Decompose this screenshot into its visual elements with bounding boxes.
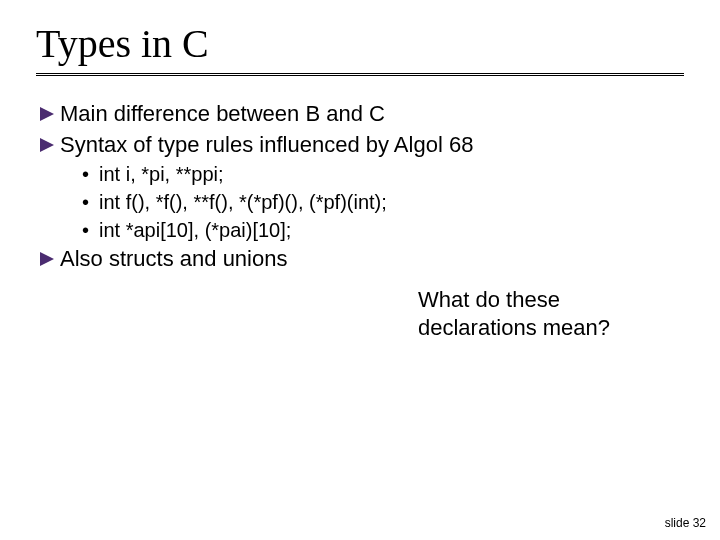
bullet-level2: • int *api[10], (*pai)[10];: [82, 217, 684, 243]
svg-marker-1: [40, 138, 54, 152]
slide: Types in C Main difference between B and…: [0, 0, 720, 540]
bullet-level1: Also structs and unions: [40, 245, 684, 274]
dot-bullet-icon: •: [82, 161, 89, 187]
bullet-text: Main difference between B and C: [60, 100, 684, 129]
title-underline: [36, 73, 684, 76]
slide-number: slide 32: [665, 516, 706, 530]
slide-title: Types in C: [36, 20, 684, 67]
bullet-text: int *api[10], (*pai)[10];: [99, 217, 684, 243]
bullet-text: Also structs and unions: [60, 245, 684, 274]
callout-line: declarations mean?: [418, 314, 678, 342]
bullet-level2: • int i, *pi, **ppi;: [82, 161, 684, 187]
triangle-bullet-icon: [40, 138, 54, 152]
triangle-bullet-icon: [40, 107, 54, 121]
svg-marker-0: [40, 107, 54, 121]
dot-bullet-icon: •: [82, 189, 89, 215]
svg-marker-2: [40, 252, 54, 266]
bullet-text: int i, *pi, **ppi;: [99, 161, 684, 187]
slide-body: Main difference between B and C Syntax o…: [36, 100, 684, 274]
bullet-text: Syntax of type rules influenced by Algol…: [60, 131, 684, 160]
bullet-level1: Syntax of type rules influenced by Algol…: [40, 131, 684, 160]
bullet-level2: • int f(), *f(), **f(), *(*pf)(), (*pf)(…: [82, 189, 684, 215]
triangle-bullet-icon: [40, 252, 54, 266]
callout-question: What do these declarations mean?: [418, 286, 678, 341]
bullet-text: int f(), *f(), **f(), *(*pf)(), (*pf)(in…: [99, 189, 684, 215]
callout-line: What do these: [418, 286, 678, 314]
bullet-level1: Main difference between B and C: [40, 100, 684, 129]
dot-bullet-icon: •: [82, 217, 89, 243]
